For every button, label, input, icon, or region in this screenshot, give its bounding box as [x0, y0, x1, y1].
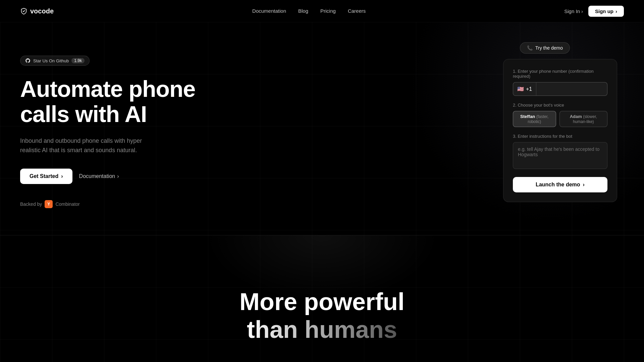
voice-adam-button[interactable]: Adam (slower, human-like): [559, 111, 607, 127]
launch-demo-button[interactable]: Launch the demo ›: [513, 177, 607, 192]
hero-section: Star Us On Github 1.9k Automate phone ca…: [0, 22, 644, 235]
demo-step-1: 1. Enter your phone number (confirmation…: [513, 69, 607, 96]
hero-right: 📞 Try the demo 1. Enter your phone numbe…: [503, 42, 624, 202]
demo-step-3: 3. Enter instructions for the bot: [513, 134, 607, 170]
voice-steffan-button[interactable]: Steffan (faster, robotic): [513, 111, 556, 127]
try-demo-pill[interactable]: 📞 Try the demo: [520, 42, 570, 54]
arrow-right-icon: ›: [117, 173, 119, 179]
arrow-right-icon: ›: [583, 182, 585, 188]
phone-input[interactable]: [536, 83, 607, 95]
demo-card: 1. Enter your phone number (confirmation…: [503, 59, 617, 202]
documentation-link[interactable]: Documentation ›: [79, 173, 119, 179]
nav-links: Documentation Blog Pricing Careers: [252, 8, 366, 14]
flag-icon: 🇺🇸: [517, 86, 524, 92]
sign-up-button[interactable]: Sign up ›: [588, 6, 624, 17]
backed-by: Backed by Y Combinator: [20, 200, 201, 208]
arrow-right-icon: ›: [61, 173, 63, 179]
demo-step-2: 2. Choose your bot's voice Steffan (fast…: [513, 103, 607, 127]
phone-input-wrapper: 🇺🇸 +1: [513, 82, 607, 96]
voice-options: Steffan (faster, robotic) Adam (slower, …: [513, 111, 607, 127]
nav-pricing[interactable]: Pricing: [320, 8, 336, 14]
nav-actions: Sign In › Sign up ›: [564, 6, 624, 17]
sign-in-button[interactable]: Sign In ›: [564, 8, 583, 14]
phone-icon: 📞: [527, 45, 533, 51]
get-started-button[interactable]: Get Started ›: [20, 169, 72, 184]
arrow-right-icon: ›: [615, 8, 617, 14]
yc-logo: Y: [45, 200, 53, 208]
lower-heading: More powerful than humans: [239, 288, 405, 344]
hero-actions: Get Started › Documentation ›: [20, 169, 201, 184]
hero-subtitle: Inbound and outbound phone calls with hy…: [20, 136, 161, 156]
phone-flag-prefix: 🇺🇸 +1: [513, 82, 536, 96]
github-badge[interactable]: Star Us On Github 1.9k: [20, 56, 90, 66]
navbar: vocode Documentation Blog Pricing Career…: [0, 0, 644, 22]
instructions-textarea[interactable]: [513, 142, 607, 169]
nav-careers[interactable]: Careers: [348, 8, 366, 14]
logo[interactable]: vocode: [20, 7, 54, 15]
lower-section: More powerful than humans: [0, 235, 644, 362]
hero-left: Star Us On Github 1.9k Automate phone ca…: [20, 42, 201, 208]
nav-blog[interactable]: Blog: [298, 8, 308, 14]
hero-title: Automate phone calls with AI: [20, 76, 201, 127]
nav-documentation[interactable]: Documentation: [252, 8, 286, 14]
lower-text: More powerful than humans: [239, 288, 405, 344]
chevron-right-icon: ›: [581, 8, 583, 14]
